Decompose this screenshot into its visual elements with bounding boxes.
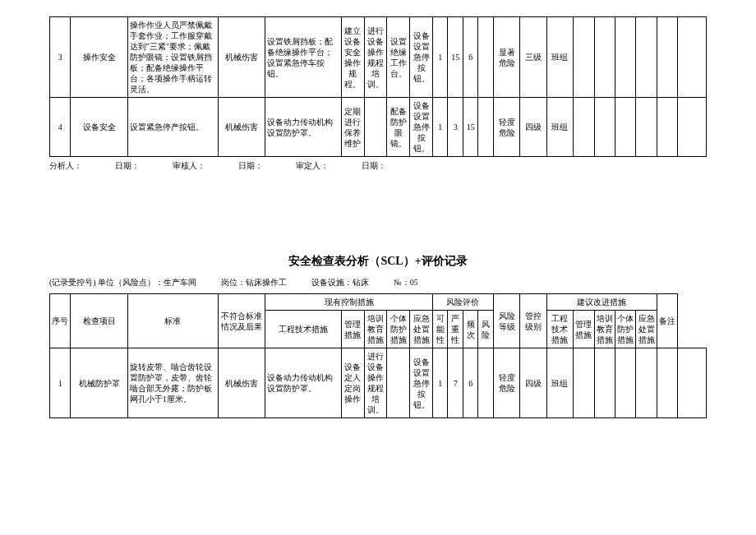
cell-risk: 轻度危险 bbox=[493, 348, 519, 418]
hdr-riskeval: 风险评价 bbox=[432, 294, 493, 311]
cell-nonconf: 机械伤害 bbox=[218, 17, 265, 98]
cell-s4 bbox=[636, 17, 657, 98]
cell-level: 四级 bbox=[520, 348, 546, 418]
cell-remark bbox=[678, 348, 707, 418]
approver-label: 审定人： bbox=[296, 160, 329, 172]
scl-table-2: 序号 检查项目 标准 不符合标准情况及后果 现有控制措施 风险评价 风险等级 管… bbox=[49, 293, 707, 418]
cell-s2 bbox=[594, 348, 615, 418]
hdr-item: 检查项目 bbox=[71, 294, 127, 348]
hdr-remark: 备注 bbox=[657, 294, 677, 348]
cell-l: 1 bbox=[432, 17, 448, 98]
cell-ctrl: 班组 bbox=[546, 17, 573, 98]
date3-label: 日期： bbox=[362, 160, 386, 172]
section-title: 安全检查表分析（SCL）+评价记录 bbox=[49, 254, 707, 269]
cell-ctrl: 班组 bbox=[546, 348, 573, 418]
cell-nonconf: 机械伤害 bbox=[218, 348, 265, 418]
cell-s1 bbox=[574, 348, 594, 418]
scl-table-1: 3 操作安全 操作作业人员严禁佩戴手套作业；工作服穿戴达到"三紧"要求；佩戴防护… bbox=[49, 16, 707, 157]
hdr-seng: 工程技术措施 bbox=[546, 311, 573, 348]
signature-row: 分析人： 日期： 审核人： 日期： 审定人： 日期： bbox=[49, 160, 707, 172]
cell-ctrl: 班组 bbox=[546, 98, 573, 157]
hdr-train: 培训教育措施 bbox=[364, 311, 387, 348]
date1-label: 日期： bbox=[115, 160, 140, 172]
hdr-risklevel: 风险等级 bbox=[493, 294, 519, 348]
cell-seq: 4 bbox=[50, 98, 71, 157]
hdr-s: 严重性 bbox=[448, 311, 463, 348]
cell-item: 设备安全 bbox=[71, 98, 127, 157]
cell-emerg: 设备设置急停按钮。 bbox=[410, 348, 433, 418]
cell-std: 设置紧急停产按钮。 bbox=[127, 98, 218, 157]
cell-mgmt: 设备定人定岗操作 bbox=[341, 348, 364, 418]
hdr-l: 可能性 bbox=[432, 311, 448, 348]
table-row: 1 机械防护罩 旋转皮带、啮合齿轮设置防护罩，皮带、齿轮啮合部无外露；防护板网孔… bbox=[50, 348, 707, 418]
cell-s5 bbox=[657, 348, 677, 418]
cell-level: 四级 bbox=[520, 98, 546, 157]
cell-seq: 1 bbox=[50, 348, 71, 418]
cell-s: 7 bbox=[448, 348, 463, 418]
cell-s3 bbox=[615, 98, 635, 157]
analyst-label: 分析人： bbox=[49, 160, 82, 172]
cell-train bbox=[364, 98, 387, 157]
meta-equip: 设备设施：钻床 bbox=[311, 277, 369, 288]
table-row: 4 设备安全 设置紧急停产按钮。 机械伤害 设备动力传动机构设置防护罩。 定期进… bbox=[50, 98, 707, 157]
hdr-ctrllevel: 管控级别 bbox=[520, 294, 546, 348]
cell-train: 进行设备操作规程培训。 bbox=[364, 348, 387, 418]
cell-r bbox=[478, 98, 494, 157]
hdr-smgmt: 管理措施 bbox=[574, 311, 594, 348]
cell-emerg: 设备设置急停按钮。 bbox=[410, 17, 433, 98]
date2-label: 日期： bbox=[238, 160, 263, 172]
cell-ppe: 配备防护眼镜。 bbox=[387, 98, 410, 157]
meta-unit: (记录受控号) 单位（风险点）：生产车间 bbox=[49, 277, 196, 288]
cell-f: 6 bbox=[463, 17, 478, 98]
cell-eng: 设备动力传动机构设置防护罩。 bbox=[265, 348, 342, 418]
hdr-emerg: 应急处置措施 bbox=[410, 311, 433, 348]
hdr-nonconf: 不符合标准情况及后果 bbox=[218, 294, 265, 348]
hdr-suggest: 建议改进措施 bbox=[546, 294, 657, 311]
hdr-strain: 培训教育措施 bbox=[594, 311, 615, 348]
cell-s2 bbox=[594, 17, 615, 98]
cell-remark bbox=[678, 17, 707, 98]
cell-std: 操作作业人员严禁佩戴手套作业；工作服穿戴达到"三紧"要求；佩戴防护眼镜；设置铁屑… bbox=[127, 17, 218, 98]
hdr-eng: 工程技术措施 bbox=[265, 311, 342, 348]
cell-s4 bbox=[636, 348, 657, 418]
cell-s3 bbox=[615, 348, 635, 418]
cell-risk: 显著危险 bbox=[493, 17, 519, 98]
hdr-seq: 序号 bbox=[50, 294, 71, 348]
cell-s1 bbox=[574, 17, 594, 98]
cell-r bbox=[478, 17, 494, 98]
hdr-ppe: 个体防护措施 bbox=[387, 311, 410, 348]
cell-seq: 3 bbox=[50, 17, 71, 98]
cell-eng: 设置铁屑挡板；配备绝缘操作平台；设置紧急停车按钮。 bbox=[265, 17, 342, 98]
cell-s5 bbox=[657, 98, 677, 157]
cell-emerg: 设备设置急停按钮。 bbox=[410, 98, 433, 157]
cell-ppe: 设置绝缘工作台。 bbox=[387, 17, 410, 98]
cell-eng: 设备动力传动机构设置防护罩。 bbox=[265, 98, 342, 157]
hdr-f: 频次 bbox=[463, 311, 478, 348]
header-row-1: 序号 检查项目 标准 不符合标准情况及后果 现有控制措施 风险评价 风险等级 管… bbox=[50, 294, 707, 311]
cell-s: 3 bbox=[448, 98, 463, 157]
cell-ppe bbox=[387, 348, 410, 418]
cell-nonconf: 机械伤害 bbox=[218, 98, 265, 157]
cell-s2 bbox=[594, 98, 615, 157]
cell-l: 1 bbox=[432, 98, 448, 157]
hdr-r: 风险 bbox=[478, 311, 494, 348]
cell-s1 bbox=[574, 98, 594, 157]
cell-remark bbox=[678, 98, 707, 157]
cell-level: 三级 bbox=[520, 17, 546, 98]
reviewer-label: 审核人： bbox=[173, 160, 205, 172]
cell-risk: 轻度危险 bbox=[493, 98, 519, 157]
hdr-std: 标准 bbox=[127, 294, 218, 348]
meta-post: 岗位：钻床操作工 bbox=[221, 277, 287, 288]
cell-r bbox=[478, 348, 494, 418]
cell-f: 6 bbox=[463, 348, 478, 418]
cell-s4 bbox=[636, 98, 657, 157]
meta-row: (记录受控号) 单位（风险点）：生产车间 岗位：钻床操作工 设备设施：钻床 №：… bbox=[49, 277, 707, 288]
cell-item: 操作安全 bbox=[71, 17, 127, 98]
meta-num: №：05 bbox=[394, 277, 418, 288]
cell-train: 进行设备操作规程培训。 bbox=[364, 17, 387, 98]
cell-mgmt: 定期进行保养维护 bbox=[341, 98, 364, 157]
hdr-mgmt: 管理措施 bbox=[341, 311, 364, 348]
cell-s: 15 bbox=[448, 17, 463, 98]
cell-mgmt: 建立设备安全操作规程。 bbox=[341, 17, 364, 98]
cell-s3 bbox=[615, 17, 635, 98]
